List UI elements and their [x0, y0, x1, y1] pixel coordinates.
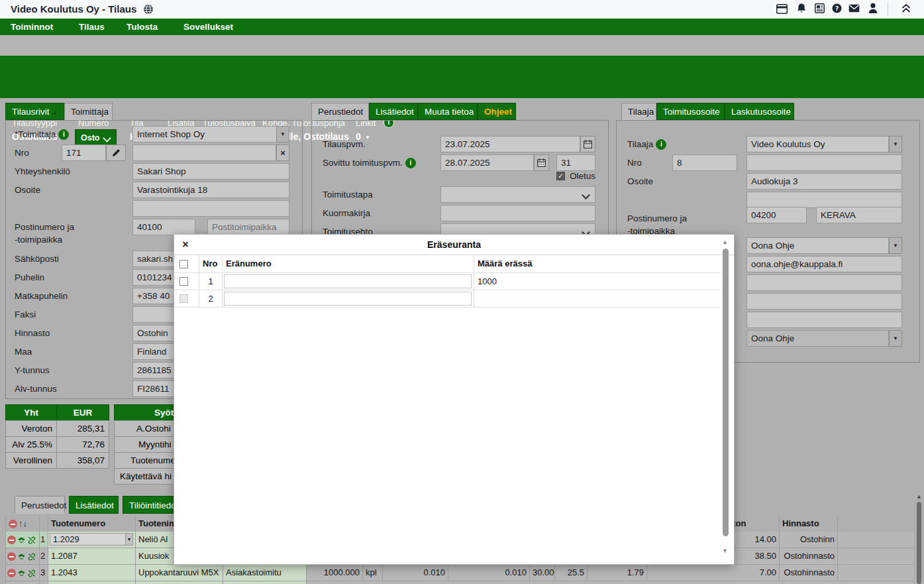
customer-contact2-dropdown-button[interactable]: ▼: [889, 330, 902, 347]
line-vat[interactable]: 25.5: [555, 565, 588, 581]
tab-toimitusosoite[interactable]: Toimitusosoite: [656, 103, 725, 120]
tab-toimittaja[interactable]: Toimittaja: [64, 103, 113, 120]
tab-lisatiedot[interactable]: Lisätiedot: [369, 103, 418, 120]
supplier-name-select[interactable]: Internet Shop Oy: [132, 126, 289, 143]
select-all-checkbox[interactable]: [180, 260, 188, 268]
remove-row-icon[interactable]: [7, 569, 16, 577]
window-panel-icon[interactable]: [776, 4, 788, 14]
supplier-edit-button[interactable]: [106, 145, 126, 161]
delivery-date-calendar-button[interactable]: [534, 154, 549, 171]
page-scrollbar[interactable]: ▲: [916, 493, 922, 584]
remove-row-icon[interactable]: [7, 552, 16, 561]
menu-tulosta[interactable]: Tulosta: [127, 19, 158, 35]
supplier-address2-input[interactable]: [132, 200, 289, 217]
supplier-contact-input[interactable]: Sakari Shop: [132, 163, 289, 180]
customer-address-input[interactable]: Audiokuja 3: [746, 173, 902, 190]
dropbox-row-icon[interactable]: [17, 536, 26, 544]
customer-nro-input[interactable]: 8: [672, 154, 737, 171]
tab-perustiedot[interactable]: Perustiedot: [311, 103, 369, 120]
scroll-down-icon[interactable]: ▼: [722, 548, 728, 554]
customer-search-input[interactable]: [746, 154, 902, 171]
supplier-name-dropdown-button[interactable]: ▼: [276, 126, 289, 143]
line-qty[interactable]: 1000.000: [307, 565, 363, 581]
line-delivery[interactable]: [223, 581, 307, 584]
customer-email-input[interactable]: oona.ohje@kauppala.fi: [746, 256, 902, 272]
line-pricelist[interactable]: Ostohinnasto: [780, 565, 838, 581]
tab-lines-perustiedot[interactable]: Perustiedot: [15, 496, 65, 514]
line-price2[interactable]: 0.010: [448, 565, 530, 581]
line-product-no[interactable]: 1.2087: [48, 548, 136, 565]
tab-ohjeet[interactable]: Ohjeet: [478, 103, 516, 120]
order-date-calendar-button[interactable]: [580, 136, 595, 152]
line-product-name[interactable]: [136, 581, 223, 584]
delivery-date-input[interactable]: 28.07.2025: [440, 154, 534, 171]
line-product-name[interactable]: Uppokantaruuvi M5X: [136, 565, 223, 581]
batch-header-batchno[interactable]: Eränumero: [223, 255, 474, 273]
line-pricelist[interactable]: Ostohinn: [780, 532, 838, 548]
delivery-method-select[interactable]: [440, 186, 595, 203]
news-journal-icon[interactable]: [815, 3, 825, 13]
remove-all-icon[interactable]: [9, 520, 17, 528]
scrollbar-thumb[interactable]: [917, 502, 921, 584]
customer-contact2-select[interactable]: Oona Ohje: [746, 330, 889, 347]
waybill-input[interactable]: [440, 205, 595, 221]
supplier-nro-input[interactable]: 171: [62, 145, 106, 161]
batch-header-qty[interactable]: Määrä erässä: [474, 255, 721, 273]
dropbox-row-icon[interactable]: [17, 569, 26, 577]
unlink-row-icon[interactable]: [27, 569, 36, 577]
help-icon[interactable]: ?: [832, 3, 842, 13]
supplier-info-icon[interactable]: i: [58, 129, 69, 140]
mail-icon[interactable]: [848, 4, 860, 13]
menu-tilaus[interactable]: Tilaus: [79, 19, 105, 35]
line-price[interactable]: 0.010: [383, 565, 448, 581]
customer-name-dropdown-button[interactable]: ▼: [889, 136, 902, 152]
user-icon[interactable]: [868, 3, 878, 14]
dialog-scrollbar[interactable]: ▲ ▼: [721, 235, 730, 564]
customer-extra2-input[interactable]: [746, 293, 902, 310]
line-delivery[interactable]: Asiakastoimitu: [223, 565, 307, 581]
customer-postal-city-input[interactable]: KERAVA: [816, 207, 902, 223]
menu-sovellukset[interactable]: Sovellukset: [183, 19, 233, 35]
line-product-no[interactable]: [48, 581, 136, 584]
scroll-up-icon[interactable]: ▲: [722, 239, 728, 245]
line-tax-free[interactable]: 7.00: [647, 565, 780, 581]
line-product-no[interactable]: 1.2043: [48, 565, 136, 581]
batch-number-input[interactable]: [224, 292, 472, 306]
delivery-week-input[interactable]: 31: [556, 154, 595, 171]
supplier-address-input[interactable]: Varastointikuja 18: [132, 182, 289, 198]
row-checkbox[interactable]: [180, 277, 188, 286]
tab-tilausrivit[interactable]: Tilausrivit ▲: [5, 103, 64, 120]
supplier-postal-code-input[interactable]: 40100: [132, 219, 195, 235]
customer-extra1-input[interactable]: [746, 274, 902, 291]
menu-toiminnot[interactable]: Toiminnot: [11, 19, 53, 35]
tab-lines-lisatiedot[interactable]: Lisätiedot: [69, 496, 119, 514]
customer-info-icon[interactable]: i: [656, 139, 666, 150]
supplier-clear-button[interactable]: ×: [276, 145, 289, 161]
remove-row-icon[interactable]: [7, 536, 16, 544]
customer-extra3-input[interactable]: [746, 312, 902, 328]
default-checkbox[interactable]: ✓: [556, 172, 565, 180]
batch-header-nro[interactable]: Nro: [199, 255, 223, 273]
line-c9[interactable]: 30.00: [530, 565, 555, 581]
customer-address2-input[interactable]: [746, 192, 902, 208]
batch-row-qty[interactable]: [474, 290, 721, 308]
line-product-no-input[interactable]: 1.2029: [50, 533, 126, 546]
delivery-date-info-icon[interactable]: i: [405, 158, 416, 168]
tab-tilaaja[interactable]: Tilaaja: [621, 103, 656, 120]
customer-contact-select[interactable]: Oona Ohje: [746, 237, 889, 254]
sort-arrows-icon[interactable]: ↑↓: [19, 518, 27, 528]
line-c11[interactable]: 1.79: [588, 565, 647, 581]
customer-contact-dropdown-button[interactable]: ▼: [889, 237, 902, 254]
collapse-double-chevron-icon[interactable]: [901, 3, 911, 13]
tab-laskutusosoite[interactable]: Laskutusosoite: [725, 103, 794, 120]
line-product-no-dropdown-button[interactable]: ▼: [125, 533, 133, 546]
scrollbar-thumb[interactable]: [723, 249, 729, 536]
batch-number-input[interactable]: [224, 274, 472, 288]
unlink-row-icon[interactable]: [27, 536, 36, 544]
customer-postal-code-input[interactable]: 04200: [746, 207, 807, 223]
unlink-row-icon[interactable]: [27, 553, 36, 561]
notifications-bell-icon[interactable]: [796, 3, 807, 14]
batch-row-qty[interactable]: 1000: [474, 273, 721, 290]
order-date-input[interactable]: 23.07.2025: [440, 136, 580, 152]
supplier-postal-city-input[interactable]: Postitoimipaikka: [207, 219, 289, 235]
